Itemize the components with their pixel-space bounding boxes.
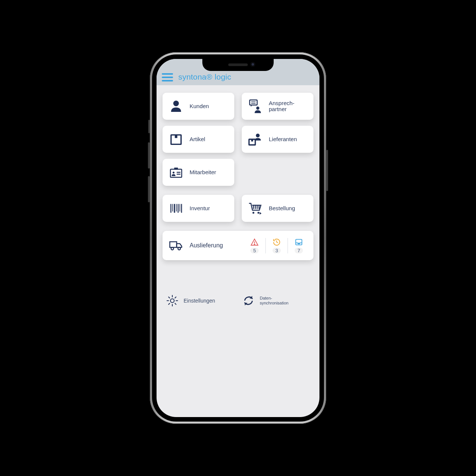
svg-rect-9 bbox=[251, 139, 253, 142]
svg-rect-6 bbox=[175, 135, 178, 138]
svg-rect-10 bbox=[170, 169, 182, 178]
svg-point-27 bbox=[258, 212, 259, 214]
svg-rect-20 bbox=[179, 204, 180, 211]
svg-point-29 bbox=[171, 247, 174, 250]
tile-label: Auslieferung bbox=[190, 242, 223, 249]
svg-line-41 bbox=[175, 297, 176, 298]
tile-label: Lieferanten bbox=[269, 136, 297, 143]
stat-warning[interactable]: 5 bbox=[244, 238, 265, 253]
id-card-icon bbox=[167, 163, 185, 181]
stat-value: 3 bbox=[273, 248, 280, 253]
svg-point-0 bbox=[173, 101, 179, 106]
gear-icon bbox=[166, 294, 179, 307]
package-icon bbox=[167, 130, 185, 148]
warning-icon bbox=[250, 238, 259, 246]
svg-rect-18 bbox=[176, 204, 177, 211]
mute-switch bbox=[148, 120, 150, 133]
svg-point-30 bbox=[178, 247, 181, 250]
stat-value: 7 bbox=[295, 248, 303, 253]
tile-label: Kunden bbox=[190, 103, 209, 110]
svg-rect-11 bbox=[174, 168, 178, 170]
svg-point-12 bbox=[173, 172, 175, 173]
tile-customers[interactable]: Kunden bbox=[163, 93, 234, 120]
sync-label: Daten-synchronisation bbox=[260, 296, 288, 305]
tile-label: Bestellung bbox=[269, 205, 295, 212]
volume-up-button bbox=[148, 142, 150, 169]
sync-button[interactable]: Daten-synchronisation bbox=[242, 294, 310, 307]
svg-rect-1 bbox=[250, 100, 257, 105]
tile-group-master-data: Kunden bbox=[163, 93, 313, 186]
volume-down-button bbox=[148, 176, 150, 202]
stat-inbox[interactable]: 7 bbox=[288, 238, 310, 253]
svg-point-26 bbox=[253, 212, 255, 214]
footer-row: Einstellungen bbox=[163, 294, 313, 307]
app-screen: syntona® logic Kunden bbox=[157, 59, 319, 417]
tile-delivery[interactable]: Auslieferung 5 3 bbox=[163, 231, 313, 260]
svg-rect-15 bbox=[170, 204, 172, 212]
settings-button[interactable]: Einstellungen bbox=[166, 294, 234, 307]
svg-rect-28 bbox=[170, 242, 176, 247]
tile-label: Inventur bbox=[190, 205, 210, 212]
tile-employees[interactable]: Mitarbeiter bbox=[163, 159, 234, 186]
tile-inventory[interactable]: Inventur bbox=[163, 195, 234, 222]
inbox-icon bbox=[295, 238, 303, 246]
menu-icon[interactable] bbox=[162, 73, 173, 81]
history-icon bbox=[273, 238, 281, 246]
phone-frame: syntona® logic Kunden bbox=[150, 52, 326, 424]
stat-value: 5 bbox=[250, 248, 258, 253]
cart-icon bbox=[246, 199, 264, 217]
svg-point-4 bbox=[256, 107, 259, 110]
svg-point-34 bbox=[170, 299, 174, 303]
tile-suppliers[interactable]: Lieferanten bbox=[242, 126, 313, 153]
sync-icon bbox=[242, 294, 255, 307]
tile-contacts[interactable]: Ansprech- partner bbox=[242, 93, 313, 120]
truck-icon bbox=[167, 236, 185, 255]
tile-label: Ansprech- partner bbox=[269, 100, 294, 113]
svg-line-40 bbox=[175, 303, 176, 304]
tile-label: Artikel bbox=[190, 136, 205, 143]
chat-person-icon bbox=[246, 97, 264, 115]
svg-point-32 bbox=[254, 244, 255, 244]
tile-articles[interactable]: Artikel bbox=[163, 126, 234, 153]
svg-rect-21 bbox=[181, 204, 182, 212]
svg-point-7 bbox=[256, 134, 260, 137]
barcode-icon bbox=[167, 199, 185, 217]
stat-pending[interactable]: 3 bbox=[265, 238, 288, 253]
svg-rect-19 bbox=[178, 204, 179, 212]
phone-notch bbox=[202, 59, 274, 71]
supplier-icon bbox=[246, 130, 264, 148]
svg-rect-16 bbox=[172, 204, 173, 211]
app-title: syntona® logic bbox=[178, 72, 231, 81]
tile-group-operations: Inventur Bestellung bbox=[163, 195, 313, 222]
power-button bbox=[326, 150, 328, 191]
svg-line-39 bbox=[169, 297, 170, 298]
tile-order[interactable]: Bestellung bbox=[242, 195, 313, 222]
tile-label: Mitarbeiter bbox=[190, 169, 216, 176]
svg-line-42 bbox=[169, 303, 170, 304]
settings-label: Einstellungen bbox=[184, 298, 215, 304]
delivery-stats: 5 3 7 bbox=[244, 236, 310, 255]
svg-rect-17 bbox=[174, 204, 175, 212]
person-icon bbox=[167, 97, 185, 115]
